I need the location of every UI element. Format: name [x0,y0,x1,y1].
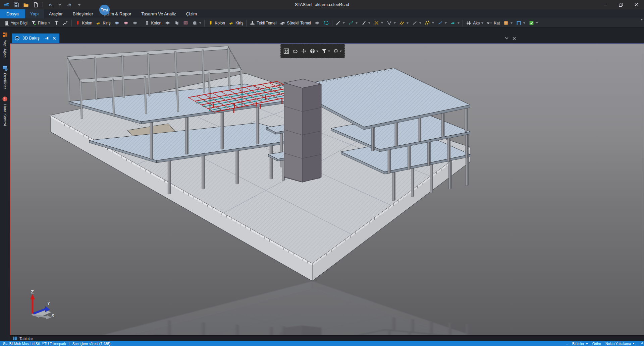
close-button[interactable] [629,0,644,9]
menu-tab-araclar[interactable]: Araçlar [44,9,68,18]
orbit-button[interactable] [292,48,298,54]
close-tab-icon[interactable] [52,37,56,40]
aks-araci-button[interactable] [52,19,61,26]
ribbon-item-label: Kolon [82,21,92,25]
betonarme-kolon-button[interactable]: Kolon [73,19,94,26]
frame-icon [516,20,522,26]
chevron-down-icon [511,22,513,24]
sidebar-item-hata-kontrol[interactable]: Hata Kontrol [2,96,8,126]
chevron-down-icon [586,343,588,344]
open-button[interactable] [21,1,30,8]
vzoom-icon [283,48,289,54]
ribbon-separator [332,20,332,26]
iso-view-button[interactable] [333,48,342,54]
last-operation-time: Son işlem süresi (7,485) [69,342,113,346]
kaplama-button[interactable] [448,19,461,26]
menu-tab-dosya[interactable]: Dosya [0,9,25,18]
duvar-button[interactable] [172,19,181,26]
surekli-temel-button[interactable]: Sürekli Temel [278,19,313,26]
chevron-down-icon [340,51,342,52]
brace-v-icon [386,20,392,26]
chevron-down-icon [458,22,460,24]
nokta-button[interactable] [346,19,359,26]
ribbon-item-label: Kat [494,21,500,25]
viewport-3d[interactable]: Z Y X [10,44,644,335]
window-icon [503,20,509,26]
onay-button[interactable] [527,19,540,26]
wall-icon [174,20,179,26]
ruzgar-capraz-button[interactable] [423,19,436,26]
stabilite-button[interactable] [385,19,397,26]
view-filter-button[interactable] [321,48,330,54]
sidebar-item-label: Yapı Ağacı [3,40,7,58]
axis-y-label: Y [47,301,50,306]
save-button[interactable] [12,1,20,8]
spline-icon [63,20,68,26]
sidebar-item-ozellikler[interactable]: Özellikler [2,65,8,89]
filtre-button[interactable]: Filtre [29,19,52,26]
vfunnel-icon [321,48,327,54]
cerceve-button[interactable] [514,19,527,26]
close-panel-icon[interactable] [513,37,516,40]
diyagonal-button[interactable] [410,19,423,26]
redo-button[interactable] [65,1,74,8]
panel-button[interactable] [163,19,172,26]
undo-button[interactable] [46,1,54,8]
new-icon [33,2,39,8]
restore-button[interactable] [613,0,629,9]
celik-kiris-button[interactable]: Kiriş [227,19,245,26]
olcum-button[interactable] [334,19,346,26]
view-cube-button[interactable] [310,48,318,54]
tab-3d-bakis[interactable]: 3D Bakış [12,33,59,43]
kubbe-button[interactable] [190,19,203,26]
ribbon-item-label: Kolon [215,21,225,25]
asik-button[interactable] [359,19,372,26]
kat-button[interactable]: Kat [485,19,501,26]
menu-tab-cizim[interactable]: Çizim [181,9,202,18]
doseme-mavi-button[interactable] [112,19,121,26]
new-document-button[interactable] [31,1,40,8]
ortho-toggle[interactable]: Ortho [592,342,601,346]
pin-icon[interactable] [45,36,50,40]
axis-x-label: X [51,313,54,318]
ribbon-group: KolonKiriş [206,19,245,26]
status-more[interactable]: .. [566,342,568,346]
ribbon-collapse-button[interactable] [640,20,643,26]
celik-kolon-button[interactable]: Kolon [206,19,227,26]
doseme-pembe-button[interactable] [121,19,130,26]
menu-tab-birlesimler[interactable]: Birleşimler [68,9,98,18]
pan-button[interactable] [301,48,307,54]
snap-selector[interactable]: Nokta Yakalama [605,342,635,346]
capraz-celik-button[interactable] [397,19,410,26]
resize-grip[interactable] [639,342,643,346]
tekil-temel-button[interactable]: Tekil Temel [248,19,278,26]
olcu-araci-button[interactable] [61,19,70,26]
radye-temel-button[interactable] [313,19,322,26]
qat-dropdown[interactable] [75,1,84,8]
capraz-button[interactable] [372,19,385,26]
perde-kolon-button[interactable]: Kolon [143,19,163,26]
kazik-button[interactable] [322,19,331,26]
undo-dropdown[interactable] [55,1,64,8]
minimize-button[interactable] [598,0,613,9]
menu-tab-yapi[interactable]: Yapı [25,9,44,18]
tab-list-dropdown-icon[interactable] [505,37,508,40]
menu-tab-tasarim-analiz[interactable]: Tasarım Ve Analiz [136,9,181,18]
aks-button[interactable]: Aks [464,19,485,26]
betonarme-kiris-button[interactable]: Kiriş [94,19,112,26]
doseme-gri-button[interactable] [130,19,140,26]
chevron-down-icon [48,22,50,24]
units-selector[interactable]: Birimler [572,342,588,346]
level-icon [487,20,492,26]
pencere-button[interactable] [501,19,514,26]
document-tab-bar: 3D Bakış [10,28,644,43]
ribbon-item-label: Yapı Bilgi [11,21,28,25]
slab-icon [132,20,138,26]
yapi-bilgi-button[interactable]: Yapı Bilgi [2,19,29,26]
zoom-extents-button[interactable] [283,48,289,54]
ribbon-group [334,19,461,26]
sidebar-item-yapi-agaci[interactable]: Yapı Ağacı [2,32,8,58]
tugla-duvar-button[interactable] [181,19,190,26]
asik-mavi-button[interactable] [436,19,448,26]
tablolar-tab[interactable]: Tablolar [19,337,33,341]
